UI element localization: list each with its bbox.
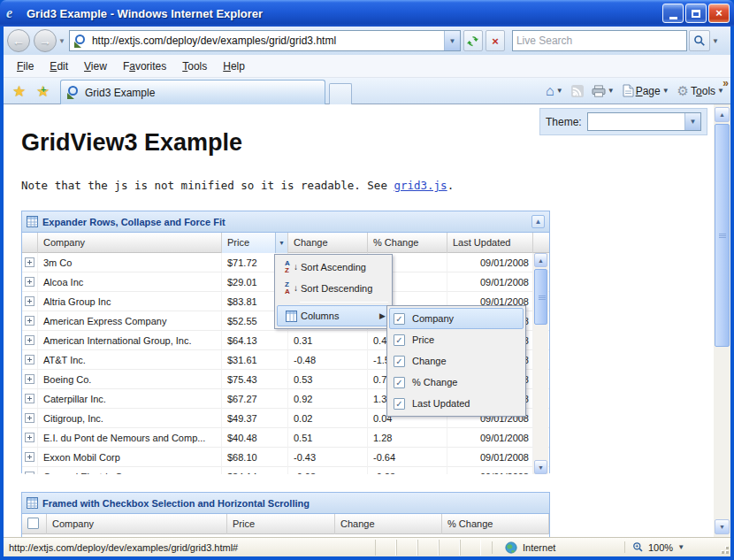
search-go-button[interactable] (689, 30, 710, 51)
menubar-item-help[interactable]: Help (215, 58, 253, 75)
theme-dropdown-icon[interactable]: ▼ (684, 113, 700, 130)
row-expander-plus-icon[interactable] (25, 452, 34, 462)
table-row[interactable]: E.I. du Pont de Nemours and Comp...$40.4… (22, 428, 549, 448)
grid2-column-header--change[interactable]: % Change (442, 514, 549, 534)
favorites-star-icon[interactable]: ★ (12, 82, 26, 101)
collapse-panel-button[interactable]: ▲ (531, 215, 545, 228)
row-expander-plus-icon[interactable] (25, 355, 34, 364)
row-expander-cell[interactable] (22, 409, 38, 427)
row-expander-cell[interactable] (22, 448, 38, 466)
submenu-item-price[interactable]: ✓Price (389, 329, 524, 350)
menu-item-sort-descending[interactable]: ZA↓Sort Descending (277, 278, 390, 299)
add-favorite-icon[interactable]: ★+ (36, 82, 50, 101)
column-menu-trigger-icon[interactable]: ▼ (275, 233, 287, 253)
column-header--change[interactable]: % Change (368, 233, 447, 253)
menubar-item-edit[interactable]: Edit (42, 58, 76, 75)
back-button[interactable]: ← (7, 29, 30, 52)
row-expander-cell[interactable] (22, 253, 38, 272)
menubar-item-file[interactable]: File (9, 58, 42, 75)
tools-button[interactable]: ⚙ Tools ▼ (675, 83, 727, 99)
menubar-item-tools[interactable]: Tools (174, 58, 215, 75)
panel1-header[interactable]: Expander Rows, Collapse and Force Fit ▲ (22, 211, 549, 233)
search-input[interactable] (513, 35, 686, 47)
column-header-change[interactable]: Change (288, 233, 368, 253)
row-expander-cell[interactable] (22, 467, 38, 474)
scroll-thumb[interactable] (715, 124, 730, 347)
grid2-column-header-company[interactable]: Company (47, 514, 227, 534)
zoom-control[interactable]: 100% ▼ (624, 541, 730, 553)
maximize-button[interactable] (685, 4, 707, 23)
checkbox-checked-icon[interactable]: ✓ (394, 377, 405, 388)
theme-combobox[interactable]: ▼ (587, 112, 701, 131)
menubar-item-favorites[interactable]: Favorites (115, 58, 174, 75)
grid1-scrollbar[interactable]: ▲ ▼ (533, 253, 548, 474)
menu-item-columns[interactable]: Columns▶ (277, 305, 390, 326)
tab-grid3-example[interactable]: Grid3 Example (60, 80, 325, 104)
row-expander-plus-icon[interactable] (25, 374, 34, 384)
row-expander-cell[interactable] (22, 428, 38, 447)
panel2-header[interactable]: Framed with Checkbox Selection and Horiz… (22, 493, 549, 514)
home-dropdown-icon[interactable]: ▼ (556, 87, 563, 95)
row-expander-plus-icon[interactable] (25, 413, 34, 423)
new-tab-stub[interactable] (329, 83, 352, 104)
tools-dropdown-icon[interactable]: ▼ (717, 87, 724, 95)
history-dropdown-icon[interactable]: ▼ (58, 37, 65, 45)
checkbox-checked-icon[interactable]: ✓ (394, 313, 405, 325)
row-expander-plus-icon[interactable] (25, 433, 34, 442)
close-button[interactable]: × (708, 4, 730, 23)
forward-button[interactable]: → (34, 29, 57, 52)
submenu-item-change[interactable]: ✓Change (389, 350, 524, 372)
menubar-item-view[interactable]: View (76, 58, 115, 75)
table-row[interactable]: General Electric Company$34.14-0.08-0.23… (22, 467, 549, 474)
column-header-company[interactable]: Company (38, 233, 222, 253)
submenu-item-last-updated[interactable]: ✓Last Updated (389, 393, 524, 414)
submenu-item--change[interactable]: ✓% Change (389, 372, 524, 393)
row-expander-cell[interactable] (22, 272, 38, 291)
browser-scrollbar[interactable]: ▲ ▼ (714, 104, 730, 537)
feeds-button[interactable] (569, 85, 586, 97)
grid1-scroll-up-icon[interactable]: ▲ (534, 253, 547, 267)
checkbox-checked-icon[interactable]: ✓ (394, 334, 405, 346)
row-expander-plus-icon[interactable] (25, 257, 34, 267)
address-dropdown-icon[interactable]: ▼ (444, 31, 460, 50)
grid1-scroll-thumb[interactable] (534, 269, 547, 325)
column-header-checkbox[interactable] (22, 514, 47, 534)
print-dropdown-icon[interactable]: ▼ (608, 87, 615, 95)
address-input[interactable] (90, 35, 444, 47)
row-expander-cell[interactable] (22, 331, 38, 349)
search-box[interactable] (512, 30, 687, 51)
scroll-up-icon[interactable]: ▲ (715, 107, 730, 122)
select-all-checkbox[interactable] (27, 518, 39, 529)
row-expander-plus-icon[interactable] (25, 296, 34, 306)
checkbox-checked-icon[interactable]: ✓ (394, 356, 405, 367)
grid2-column-header-price[interactable]: Price (227, 514, 335, 534)
page-button[interactable]: Page ▼ (620, 84, 672, 97)
column-header-price[interactable]: Price▼ (222, 233, 288, 253)
table-row[interactable]: Exxon Mobil Corp$68.10-0.43-0.6409/01/20… (22, 448, 549, 467)
row-expander-cell[interactable] (22, 292, 38, 311)
stop-button[interactable]: × (486, 30, 505, 51)
row-expander-cell[interactable] (22, 311, 38, 330)
row-expander-plus-icon[interactable] (25, 472, 34, 474)
address-bar[interactable]: ▼ (69, 30, 461, 51)
row-expander-cell[interactable] (22, 350, 38, 369)
row-expander-plus-icon[interactable] (25, 316, 34, 326)
menu-item-sort-ascending[interactable]: AZ↓Sort Ascending (277, 257, 390, 278)
home-button[interactable]: ⌂▼ (543, 83, 566, 99)
row-expander-cell[interactable] (22, 389, 38, 408)
row-expander-plus-icon[interactable] (25, 277, 34, 287)
column-header-last-updated[interactable]: Last Updated (447, 233, 533, 253)
row-expander-plus-icon[interactable] (25, 394, 34, 403)
row-expander-plus-icon[interactable] (25, 335, 34, 345)
minimize-button[interactable] (662, 4, 684, 23)
checkbox-checked-icon[interactable]: ✓ (394, 398, 405, 410)
search-options-dropdown-icon[interactable]: ▼ (712, 37, 719, 45)
submenu-item-company[interactable]: ✓Company (389, 308, 524, 329)
title-bar[interactable]: e Grid3 Example - Windows Internet Explo… (0, 0, 734, 27)
row-expander-cell[interactable] (22, 370, 38, 388)
zoom-dropdown-icon[interactable]: ▼ (677, 543, 684, 551)
grid1-scroll-down-icon[interactable]: ▼ (534, 460, 547, 474)
refresh-button[interactable] (463, 30, 483, 51)
grid3-js-link[interactable]: grid3.js (394, 179, 447, 192)
print-button[interactable]: ▼ (589, 85, 617, 97)
